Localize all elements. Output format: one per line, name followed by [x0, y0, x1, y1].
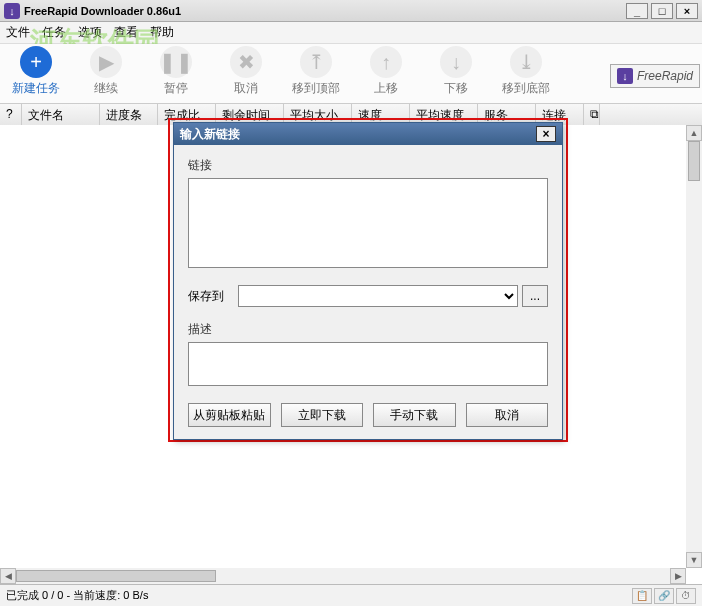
toolbar-label: 取消: [216, 80, 276, 97]
paste-clipboard-button[interactable]: 从剪贴板粘贴: [188, 403, 271, 427]
scroll-thumb[interactable]: [688, 141, 700, 181]
col-indicator[interactable]: ?: [0, 104, 22, 125]
up-icon: ↑: [370, 46, 402, 78]
menu-file[interactable]: 文件: [6, 24, 30, 41]
menu-help[interactable]: 帮助: [150, 24, 174, 41]
scroll-right-icon[interactable]: ▶: [670, 568, 686, 584]
col-progress[interactable]: 进度条: [100, 104, 158, 125]
scroll-down-icon[interactable]: ▼: [686, 552, 702, 568]
resume-button[interactable]: ▶ 继续: [76, 46, 136, 97]
toolbar: + 新建任务 ▶ 继续 ❚❚ 暂停 ✖ 取消 ⤒ 移到顶部 ↑ 上移 ↓ 下移 …: [0, 44, 702, 104]
toolbar-label: 上移: [356, 80, 416, 97]
pause-button[interactable]: ❚❚ 暂停: [146, 46, 206, 97]
toolbar-label: 新建任务: [6, 80, 66, 97]
window-title: FreeRapid Downloader 0.86u1: [24, 5, 181, 17]
move-bottom-button[interactable]: ⤓ 移到底部: [496, 46, 556, 97]
link-input[interactable]: [188, 178, 548, 268]
menu-view[interactable]: 查看: [114, 24, 138, 41]
dialog-close-button[interactable]: ×: [536, 126, 556, 142]
menubar: 文件 任务 选项 查看 帮助: [0, 22, 702, 44]
speed-icon[interactable]: ⏱: [676, 588, 696, 604]
saveto-label: 保存到: [188, 288, 234, 305]
brand-icon: ↓: [617, 68, 633, 84]
clipboard-monitor-icon[interactable]: 📋: [632, 588, 652, 604]
saveto-select[interactable]: [238, 285, 518, 307]
toolbar-label: 下移: [426, 80, 486, 97]
cancel-icon: ✖: [230, 46, 262, 78]
move-top-button[interactable]: ⤒ 移到顶部: [286, 46, 346, 97]
top-icon: ⤒: [300, 46, 332, 78]
toolbar-label: 移到底部: [496, 80, 556, 97]
vertical-scrollbar[interactable]: ▲ ▼: [686, 125, 702, 568]
dialog-title: 输入新链接: [180, 126, 240, 143]
toolbar-label: 继续: [76, 80, 136, 97]
col-config-button[interactable]: ⧉: [584, 104, 600, 125]
titlebar: ↓ FreeRapid Downloader 0.86u1 _ □ ×: [0, 0, 702, 22]
play-icon: ▶: [90, 46, 122, 78]
down-icon: ↓: [440, 46, 472, 78]
menu-task[interactable]: 任务: [42, 24, 66, 41]
manual-download-button[interactable]: 手动下载: [373, 403, 456, 427]
link-label: 链接: [188, 157, 548, 174]
dialog-titlebar[interactable]: 输入新链接 ×: [174, 123, 562, 145]
col-filename[interactable]: 文件名: [22, 104, 100, 125]
cancel-button[interactable]: ✖ 取消: [216, 46, 276, 97]
bottom-icon: ⤓: [510, 46, 542, 78]
browse-button[interactable]: ...: [522, 285, 548, 307]
scroll-up-icon[interactable]: ▲: [686, 125, 702, 141]
pause-icon: ❚❚: [160, 46, 192, 78]
add-link-dialog: 输入新链接 × 链接 保存到 ... 描述 从剪贴板粘贴 立即下载 手动下载 取…: [173, 122, 563, 440]
app-icon: ↓: [4, 3, 20, 19]
download-now-button[interactable]: 立即下载: [281, 403, 364, 427]
menu-options[interactable]: 选项: [78, 24, 102, 41]
brand-text: FreeRapid: [637, 69, 693, 83]
scroll-thumb[interactable]: [16, 570, 216, 582]
minimize-button[interactable]: _: [626, 3, 648, 19]
brand-badge: ↓ FreeRapid: [610, 64, 700, 88]
status-text: 已完成 0 / 0 - 当前速度: 0 B/s: [6, 588, 148, 603]
desc-label: 描述: [188, 321, 548, 338]
plus-icon: +: [20, 46, 52, 78]
toolbar-label: 移到顶部: [286, 80, 346, 97]
move-down-button[interactable]: ↓ 下移: [426, 46, 486, 97]
dialog-cancel-button[interactable]: 取消: [466, 403, 549, 427]
link-icon[interactable]: 🔗: [654, 588, 674, 604]
statusbar: 已完成 0 / 0 - 当前速度: 0 B/s 📋 🔗 ⏱: [0, 584, 702, 606]
move-up-button[interactable]: ↑ 上移: [356, 46, 416, 97]
horizontal-scrollbar[interactable]: ◀ ▶: [0, 568, 686, 584]
maximize-button[interactable]: □: [651, 3, 673, 19]
scroll-left-icon[interactable]: ◀: [0, 568, 16, 584]
new-task-button[interactable]: + 新建任务: [6, 46, 66, 97]
close-button[interactable]: ×: [676, 3, 698, 19]
desc-input[interactable]: [188, 342, 548, 386]
toolbar-label: 暂停: [146, 80, 206, 97]
